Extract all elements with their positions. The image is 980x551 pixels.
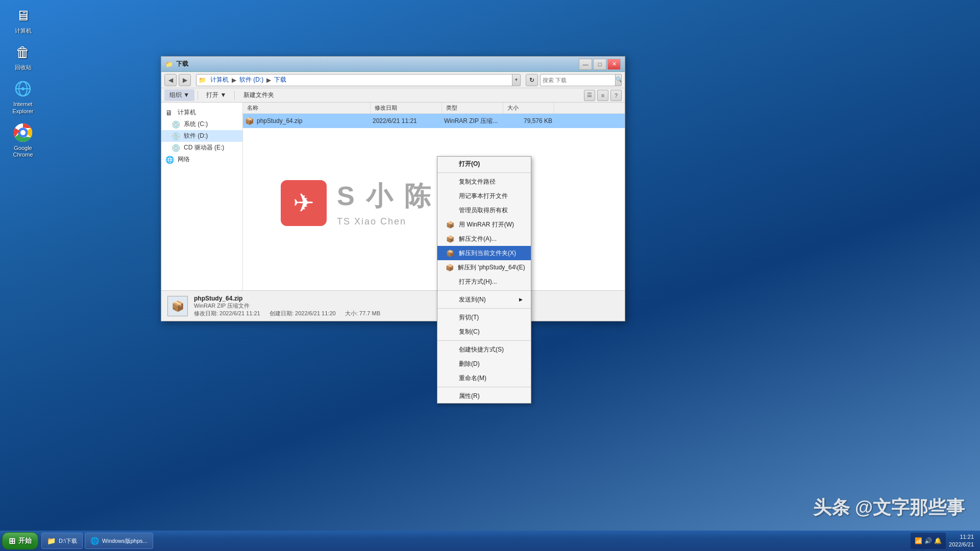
ctx-notepad-icon xyxy=(446,191,455,201)
address-part-download[interactable]: 下载 xyxy=(274,76,286,84)
address-bar-container[interactable]: 📁 计算机 ▶ 软件 (D:) ▶ 下载 ▼ xyxy=(196,74,521,86)
chrome-label: Google Chrome xyxy=(5,145,41,158)
search-container: 🔍 xyxy=(540,74,622,86)
computer-label: 计算机 xyxy=(15,28,32,34)
ctx-delete[interactable]: 删除(D) xyxy=(437,357,531,371)
ctx-open-with[interactable]: 打开方式(H)... xyxy=(437,274,531,289)
address-toolbar: ◀ ▶ 📁 计算机 ▶ 软件 (D:) ▶ 下载 ▼ ↻ 🔍 xyxy=(161,72,625,88)
desktop-icon-recycle[interactable]: 🗑 回收站 xyxy=(5,42,41,71)
title-bar: 📁 下载 — □ ✕ xyxy=(161,57,625,72)
desktop-icon-chrome[interactable]: Google Chrome xyxy=(5,122,41,158)
ctx-sep-3 xyxy=(437,308,531,309)
taskbar-item-explorer[interactable]: 📁 D:\下载 xyxy=(41,533,83,549)
file-list-header: 名称 修改日期 类型 大小 xyxy=(243,103,625,114)
recycle-icon: 🗑 xyxy=(13,42,33,62)
ctx-extract-here-icon: 📦 xyxy=(446,248,455,258)
sidebar-item-e[interactable]: 💿 CD 驱动器 (E:) xyxy=(161,142,242,154)
sidebar-label-d: 软件 (D:) xyxy=(184,132,208,140)
address-dropdown-button[interactable]: ▼ xyxy=(512,74,520,86)
status-type: WinRAR ZIP 压缩文件 xyxy=(194,302,619,310)
file-row-phpstudy[interactable]: 📦 phpStudy_64.zip 2022/6/21 11:21 WinRAR… xyxy=(243,114,625,128)
close-button[interactable]: ✕ xyxy=(607,59,621,70)
sidebar-item-computer[interactable]: 🖥 计算机 xyxy=(161,107,242,118)
ctx-open-with-icon xyxy=(446,277,455,286)
start-button[interactable]: ⊞ 开始 xyxy=(2,532,38,549)
network-tray-icon[interactable]: 📶 xyxy=(915,537,922,544)
open-menu[interactable]: 打开 ▼ xyxy=(201,89,231,101)
taskbar-right: 📶 🔊 🔔 11:21 2022/6/21 xyxy=(911,533,978,549)
ctx-copy-path-icon xyxy=(446,177,455,186)
minimize-button[interactable]: — xyxy=(579,59,592,70)
status-filename: phpStudy_64.zip xyxy=(194,295,619,302)
ctx-copy[interactable]: 复制(C) xyxy=(437,324,531,339)
col-header-date[interactable]: 修改日期 xyxy=(371,103,442,113)
new-folder-button[interactable]: 新建文件夹 xyxy=(238,89,280,102)
drive-c-icon: 💿 xyxy=(172,120,181,129)
address-part-d[interactable]: 软件 (D:) xyxy=(239,76,263,84)
back-button[interactable]: ◀ xyxy=(164,74,177,86)
volume-tray-icon[interactable]: 🔊 xyxy=(924,537,932,544)
ctx-winrar-open[interactable]: 📦 用 WinRAR 打开(W) xyxy=(437,217,531,232)
organize-menu[interactable]: 组织 ▼ xyxy=(164,89,194,101)
desktop: 🖥 计算机 🗑 回收站 InternetExplorer xyxy=(0,0,980,551)
context-menu: 打开(O) 复制文件路径 用记事本打开文件 管理员取得所有权 📦 用 WinRA… xyxy=(437,156,531,404)
forward-button[interactable]: ▶ xyxy=(179,74,191,86)
ctx-sep-4 xyxy=(437,340,531,341)
ctx-sep-1 xyxy=(437,172,531,173)
ctx-admin-own[interactable]: 管理员取得所有权 xyxy=(437,203,531,217)
ctx-open[interactable]: 打开(O) xyxy=(437,157,531,171)
clock[interactable]: 11:21 2022/6/21 xyxy=(949,533,974,549)
file-area: 名称 修改日期 类型 大小 📦 phpStudy_64.zip 2022/6/2… xyxy=(243,103,625,290)
col-header-type[interactable]: 类型 xyxy=(442,103,503,113)
main-content: 🖥 计算机 💿 系统 (C:) 💿 软件 (D:) 💿 CD 驱动器 (E:) … xyxy=(161,103,625,290)
zip-file-icon: 📦 xyxy=(245,117,254,125)
clock-date: 2022/6/21 xyxy=(949,541,974,548)
sidebar-item-c[interactable]: 💿 系统 (C:) xyxy=(161,118,242,130)
ctx-extract[interactable]: 📦 解压文件(A)... xyxy=(437,232,531,246)
title-bar-controls: — □ ✕ xyxy=(579,59,621,70)
svg-point-3 xyxy=(21,87,24,90)
search-button[interactable]: 🔍 xyxy=(615,74,622,86)
ctx-rename[interactable]: 重命名(M) xyxy=(437,371,531,385)
ctx-extract-folder[interactable]: 📦 解压到 'phpStudy_64\(E) xyxy=(437,260,531,274)
col-header-name[interactable]: 名称 xyxy=(243,103,371,113)
desktop-icon-computer[interactable]: 🖥 计算机 xyxy=(5,5,41,34)
help-button[interactable]: ? xyxy=(610,90,622,101)
search-input[interactable] xyxy=(541,76,615,84)
ctx-properties[interactable]: 属性(R) xyxy=(437,389,531,403)
address-part-computer[interactable]: 计算机 xyxy=(210,76,229,84)
file-size-phpstudy: 79,576 KB xyxy=(505,117,556,124)
refresh-button[interactable]: ↻ xyxy=(526,74,538,86)
chrome-icon xyxy=(13,122,33,143)
taskbar-item-chrome[interactable]: 🌐 Windows版phps... xyxy=(85,533,153,549)
desktop-icon-ie[interactable]: InternetExplorer xyxy=(5,79,41,114)
ctx-extract-folder-icon: 📦 xyxy=(446,263,454,272)
col-header-size[interactable]: 大小 xyxy=(503,103,554,113)
ctx-open-notepad[interactable]: 用记事本打开文件 xyxy=(437,189,531,203)
system-tray: 📶 🔊 🔔 xyxy=(911,533,946,549)
ctx-copy-path[interactable]: 复制文件路径 xyxy=(437,174,531,189)
view-toggle-button[interactable]: ☰ xyxy=(584,90,595,101)
status-file-icon: 📦 xyxy=(167,296,188,316)
sidebar: 🖥 计算机 💿 系统 (C:) 💿 软件 (D:) 💿 CD 驱动器 (E:) … xyxy=(161,103,243,290)
ie-label: InternetExplorer xyxy=(13,101,34,114)
network-icon: 🌐 xyxy=(165,156,175,164)
ctx-extract-here[interactable]: 📦 解压到当前文件夹(X) xyxy=(437,246,531,260)
folder-icon: 📁 xyxy=(165,61,173,68)
view-options: ☰ ≡ ? xyxy=(584,90,622,101)
status-info: phpStudy_64.zip WinRAR ZIP 压缩文件 修改日期: 20… xyxy=(194,295,619,317)
ctx-cut[interactable]: 剪切(T) xyxy=(437,310,531,324)
ctx-send-arrow: ▶ xyxy=(519,297,523,302)
view-list-button[interactable]: ≡ xyxy=(597,90,608,101)
sidebar-item-d[interactable]: 💿 软件 (D:) xyxy=(161,130,242,142)
ctx-sep-5 xyxy=(437,387,531,387)
windows-icon: ⊞ xyxy=(9,536,15,546)
status-bar: 📦 phpStudy_64.zip WinRAR ZIP 压缩文件 修改日期: … xyxy=(161,290,625,321)
sidebar-item-network[interactable]: 🌐 网络 xyxy=(161,154,242,165)
maximize-button[interactable]: □ xyxy=(593,59,606,70)
file-type-phpstudy: WinRAR ZIP 压缩... xyxy=(444,117,505,126)
ctx-open-icon xyxy=(446,159,455,168)
notification-tray-icon[interactable]: 🔔 xyxy=(934,537,942,544)
ctx-create-shortcut[interactable]: 创建快捷方式(S) xyxy=(437,342,531,357)
ctx-send-to[interactable]: 发送到(N) ▶ xyxy=(437,292,531,307)
